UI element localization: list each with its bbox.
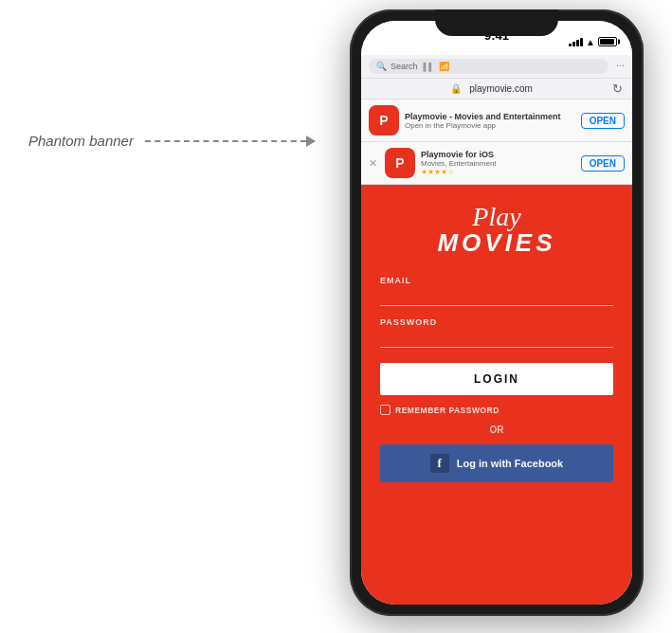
app-icon-1: P — [369, 105, 399, 136]
phantom-banner-annotation: Phantom banner — [28, 133, 316, 149]
browser-bar[interactable]: 🔍 Search ▌▌ 📶 ⋯ — [361, 55, 632, 78]
wifi-icon: ▲ — [586, 37, 595, 47]
browser-search-text: Search — [390, 62, 418, 71]
remember-row: REMEMBER PASSWORD — [380, 405, 613, 415]
status-right-icons: ▲ — [569, 37, 617, 47]
email-input[interactable] — [380, 287, 613, 306]
signal-icon — [569, 38, 583, 46]
facebook-icon: f — [430, 454, 449, 473]
login-button[interactable]: LOGIN — [380, 363, 613, 395]
url-display[interactable]: playmovie.com — [469, 83, 533, 94]
phantom-dashed-line — [145, 140, 306, 142]
phantom-arrow — [145, 136, 316, 147]
refresh-icon[interactable]: ↻ — [612, 81, 623, 96]
facebook-login-button[interactable]: f Log in with Facebook — [380, 444, 613, 482]
battery-icon — [598, 37, 617, 46]
or-divider: OR — [380, 425, 613, 435]
app-main-content: Play MOVIES EMAIL PASSWORD LOGIN REMEMBE… — [361, 185, 632, 605]
wifi-status: 📶 — [439, 62, 449, 71]
login-form: EMAIL PASSWORD LOGIN REMEMBER PASSWORD O… — [380, 276, 613, 482]
app-info-1: Playmovie - Movies and Entertainment Ope… — [405, 112, 575, 130]
browser-search-bar[interactable]: 🔍 Search ▌▌ 📶 — [369, 59, 608, 74]
password-label: PASSWORD — [380, 317, 613, 327]
app-stars: ★★★★☆ — [421, 168, 575, 176]
app-banner-2: ✕ P Playmovie for iOS Movies, Entertainm… — [361, 142, 632, 185]
facebook-button-text: Log in with Facebook — [457, 458, 563, 469]
logo-movies-text: MOVIES — [437, 230, 555, 255]
app-name-2: Playmovie for iOS — [421, 150, 575, 159]
password-input[interactable] — [380, 329, 613, 348]
lock-icon: 🔒 — [450, 83, 462, 94]
open-button-2[interactable]: OPEN — [581, 155, 625, 172]
phantom-banner-text: Phantom banner — [28, 133, 134, 149]
phone-frame: 9:41 ▲ 🔍 Search ▌▌ 📶 — [350, 9, 644, 616]
phantom-arrowhead — [306, 136, 316, 147]
remember-label: REMEMBER PASSWORD — [395, 406, 499, 415]
more-icon: ⋯ — [616, 62, 625, 71]
app-name-1: Playmovie - Movies and Entertainment — [405, 112, 575, 121]
app-info-2: Playmovie for iOS Movies, Entertainment … — [421, 150, 575, 176]
app-logo: Play MOVIES — [437, 204, 555, 255]
signal-status: ▌▌ — [424, 63, 434, 71]
open-button-1[interactable]: OPEN — [581, 113, 625, 129]
app-sub-2: Movies, Entertainment — [421, 159, 575, 168]
logo-play-text: Play — [437, 204, 555, 230]
close-banner-button[interactable]: ✕ — [369, 157, 377, 170]
search-icon: 🔍 — [376, 62, 387, 71]
app-banner-1: P Playmovie - Movies and Entertainment O… — [361, 99, 632, 142]
remember-checkbox[interactable] — [380, 405, 390, 415]
app-sub-1: Open in the Playmovie app — [405, 121, 575, 130]
email-label: EMAIL — [380, 276, 613, 285]
phone-screen: 9:41 ▲ 🔍 Search ▌▌ 📶 — [361, 21, 632, 605]
phone-notch — [435, 9, 558, 36]
app-icon-2: P — [385, 148, 415, 178]
